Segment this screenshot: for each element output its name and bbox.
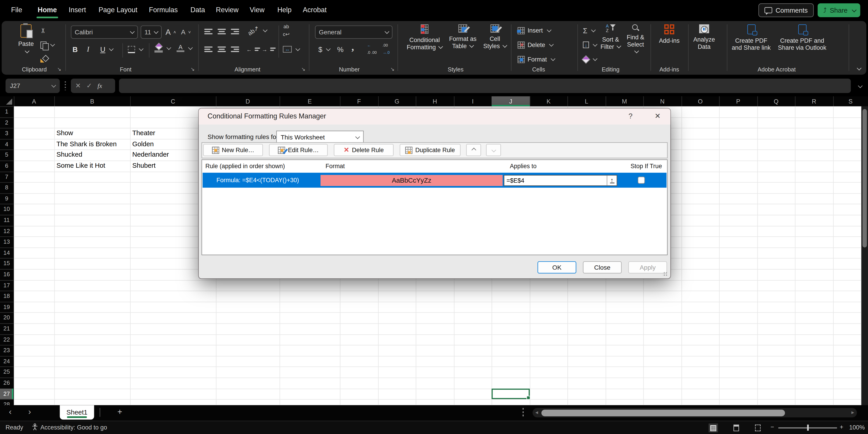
horizontal-scrollbar-thumb[interactable] <box>541 409 785 416</box>
cell-C3[interactable]: Theater <box>132 128 155 139</box>
row-header-17[interactable]: 17 <box>0 280 13 291</box>
row-header-1[interactable]: 1 <box>0 106 13 117</box>
sheet-tab-sheet1[interactable]: Sheet1 <box>60 405 94 420</box>
row-header-10[interactable]: 10 <box>0 204 13 215</box>
cell-B4[interactable]: The Shark is Broken <box>57 139 117 150</box>
move-rule-up-button[interactable] <box>466 144 481 156</box>
dialog-resize-grip[interactable] <box>662 271 668 276</box>
page-layout-view-button[interactable] <box>731 423 741 432</box>
move-up-chevron <box>471 148 476 152</box>
show-rules-dropdown[interactable]: This Worksheet <box>276 131 364 144</box>
row-header-23[interactable]: 23 <box>0 345 13 356</box>
row-header-15[interactable]: 15 <box>0 258 13 269</box>
close-button[interactable]: Close <box>583 261 622 274</box>
column-header-S[interactable]: S <box>833 96 868 106</box>
row-header-5[interactable]: 5 <box>0 150 13 160</box>
column-header-L[interactable]: L <box>567 96 606 106</box>
dialog-help-icon[interactable]: ? <box>624 112 637 120</box>
prev-sheet-arrow[interactable]: ‹ <box>9 407 11 416</box>
row-header-21[interactable]: 21 <box>0 323 13 334</box>
new-rule-button[interactable]: New Rule… <box>203 144 263 156</box>
row-header-2[interactable]: 2 <box>0 117 13 128</box>
column-header-N[interactable]: N <box>643 96 682 106</box>
row-header-18[interactable]: 18 <box>0 291 13 302</box>
column-header-Q[interactable]: Q <box>757 96 795 106</box>
normal-view-button[interactable] <box>709 423 718 432</box>
column-header-J[interactable]: J <box>492 96 530 106</box>
zoom-slider-thumb[interactable] <box>807 425 809 431</box>
cell-C5[interactable]: Nederlander <box>132 150 169 160</box>
column-headers: ABCDEFGHIJKLMNOPQRS <box>0 96 868 106</box>
row-header-19[interactable]: 19 <box>0 302 13 312</box>
cell-C4[interactable]: Golden <box>132 139 154 150</box>
delete-rule-button[interactable]: ✕Delete Rule <box>334 144 394 156</box>
scroll-left-arrow[interactable]: ◂ <box>535 409 538 415</box>
ok-button[interactable]: OK <box>537 261 576 274</box>
cell-B5[interactable]: Shucked <box>57 150 82 160</box>
row-header-3[interactable]: 3 <box>0 128 13 139</box>
rule-row-selected[interactable]: Formula: =$E4<(TODAY()+30) AaBbCcYyZz =$… <box>203 173 666 188</box>
new-rule-icon <box>212 147 219 154</box>
row-header-12[interactable]: 12 <box>0 225 13 237</box>
zoom-in-button[interactable]: + <box>840 423 843 430</box>
select-all-corner[interactable] <box>0 96 14 106</box>
column-header-M[interactable]: M <box>606 96 643 106</box>
row-header-25[interactable]: 25 <box>0 367 13 377</box>
row-header-4[interactable]: 4 <box>0 139 13 150</box>
column-header-R[interactable]: R <box>795 96 833 106</box>
move-down-chevron <box>491 148 496 152</box>
row-header-22[interactable]: 22 <box>0 334 13 345</box>
apply-button[interactable]: Apply <box>628 261 667 274</box>
column-header-B[interactable]: B <box>54 96 130 106</box>
zoom-level[interactable]: 100% <box>849 424 865 431</box>
row-header-14[interactable]: 14 <box>0 247 13 258</box>
row-header-8[interactable]: 8 <box>0 182 13 193</box>
move-rule-down-button[interactable] <box>486 144 501 156</box>
accessibility-status[interactable]: Accessibility: Good to go <box>40 424 107 431</box>
row-header-20[interactable]: 20 <box>0 312 13 323</box>
cell-B3[interactable]: Show <box>57 128 73 139</box>
row-header-6[interactable]: 6 <box>0 160 13 171</box>
cell-B6[interactable]: Some Like it Hot <box>57 160 105 171</box>
vertical-scrollbar-thumb[interactable] <box>863 109 867 247</box>
column-header-H[interactable]: H <box>416 96 454 106</box>
dialog-title-bar[interactable]: Conditional Formatting Rules Manager ? ✕ <box>199 108 671 125</box>
row-header-11[interactable]: 11 <box>0 215 13 225</box>
collapse-dialog-arrow-icon[interactable]: ↑ <box>607 175 617 185</box>
row-header-28[interactable]: 28 <box>0 399 13 405</box>
column-header-C[interactable]: C <box>130 96 216 106</box>
new-sheet-button[interactable]: + <box>117 407 122 416</box>
next-sheet-arrow[interactable]: › <box>28 407 31 416</box>
column-header-K[interactable]: K <box>530 96 567 106</box>
cell-C6[interactable]: Shubert <box>132 160 156 171</box>
horizontal-scrollbar[interactable]: ◂ ▸ <box>532 408 857 417</box>
selected-cell-J27[interactable] <box>492 388 530 399</box>
row-header-27[interactable]: 27 <box>0 388 13 399</box>
tab-scrollbar-splitter[interactable] <box>523 408 524 417</box>
conditional-formatting-rules-manager-dialog: Conditional Formatting Rules Manager ? ✕… <box>199 108 671 278</box>
column-header-D[interactable]: D <box>216 96 280 106</box>
applies-to-input[interactable]: =$E$4 ↑ <box>504 175 617 186</box>
row-header-9[interactable]: 9 <box>0 193 13 204</box>
duplicate-rule-button[interactable]: Duplicate Rule <box>400 144 460 156</box>
row-header-26[interactable]: 26 <box>0 377 13 388</box>
column-header-P[interactable]: P <box>719 96 757 106</box>
column-header-E[interactable]: E <box>280 96 340 106</box>
page-break-view-button[interactable] <box>753 423 763 432</box>
row-header-13[interactable]: 13 <box>0 237 13 247</box>
column-header-format: Format <box>326 163 345 169</box>
column-header-G[interactable]: G <box>378 96 416 106</box>
vertical-scrollbar[interactable] <box>862 106 868 405</box>
scroll-right-arrow[interactable]: ▸ <box>851 409 854 415</box>
column-header-A[interactable]: A <box>14 96 54 106</box>
dialog-close-icon[interactable]: ✕ <box>651 112 664 120</box>
stop-if-true-checkbox[interactable] <box>638 176 645 184</box>
column-header-O[interactable]: O <box>682 96 719 106</box>
zoom-out-button[interactable]: − <box>771 423 774 430</box>
column-header-F[interactable]: F <box>340 96 378 106</box>
row-header-7[interactable]: 7 <box>0 171 13 182</box>
row-header-24[interactable]: 24 <box>0 356 13 367</box>
column-header-I[interactable]: I <box>454 96 492 106</box>
edit-rule-button[interactable]: Edit Rule… <box>269 144 328 156</box>
row-header-16[interactable]: 16 <box>0 269 13 280</box>
